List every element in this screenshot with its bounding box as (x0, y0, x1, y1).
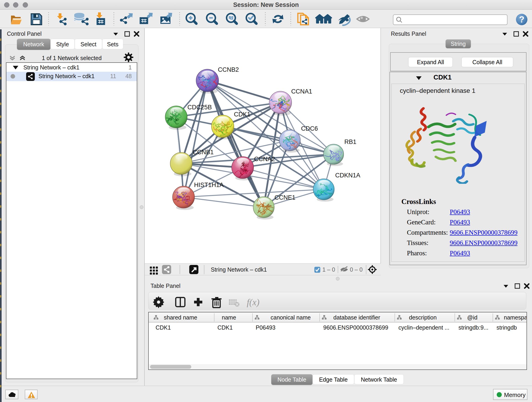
svg-text:0 – 0: 0 – 0 (350, 266, 363, 273)
svg-text:CDC25B: CDC25B (187, 104, 212, 111)
svg-text:description: description (409, 314, 437, 321)
svg-text:HIST1H1A: HIST1H1A (194, 182, 224, 188)
svg-text:CCNB1: CCNB1 (193, 149, 214, 156)
svg-text:@id: @id (467, 314, 477, 321)
svg-text:name: name (222, 314, 236, 321)
svg-text:canonical name: canonical name (271, 314, 311, 321)
svg-text:database identifier: database identifier (333, 314, 380, 321)
svg-text:CDK1: CDK1 (234, 111, 250, 118)
svg-text:shared name: shared name (164, 314, 197, 321)
svg-text:?: ? (519, 15, 524, 24)
svg-text:CCNE1: CCNE1 (274, 194, 296, 201)
svg-text:RB1: RB1 (344, 138, 356, 145)
svg-text:CDKN1A: CDKN1A (335, 172, 360, 179)
svg-text:namespac: namespac (504, 314, 526, 321)
svg-text:1 – 0: 1 – 0 (322, 266, 335, 273)
svg-text:String Network – cdk1: String Network – cdk1 (211, 266, 267, 273)
svg-text:f(x): f(x) (247, 297, 260, 307)
svg-text:CCNA2: CCNA2 (254, 156, 275, 162)
svg-text:CCNB2: CCNB2 (218, 66, 239, 73)
svg-text:CCNA1: CCNA1 (291, 88, 312, 95)
svg-text:CDC6: CDC6 (301, 125, 318, 132)
